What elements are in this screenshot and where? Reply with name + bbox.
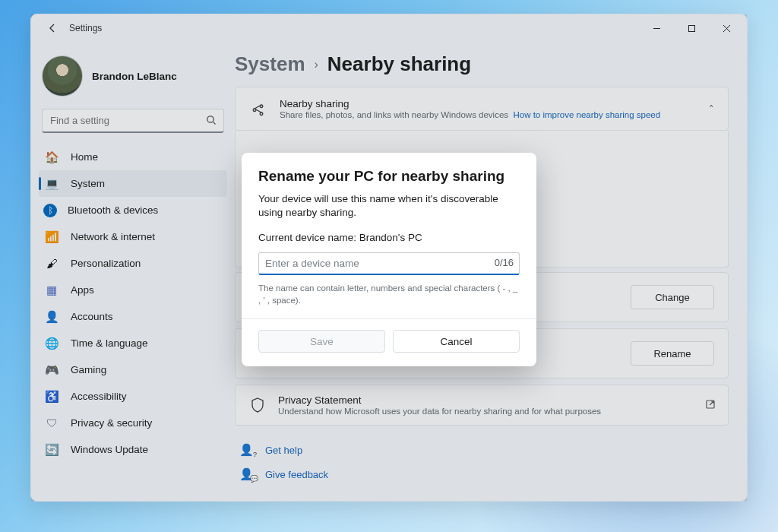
input-hint: The name can contain letter, numbers and… — [258, 283, 520, 306]
rename-pc-dialog: Rename your PC for nearby sharing Your d… — [242, 153, 536, 366]
cancel-button[interactable]: Cancel — [393, 330, 520, 353]
dialog-description: Your device will use this name when it's… — [258, 192, 520, 220]
save-button[interactable]: Save — [258, 330, 385, 353]
char-count: 0/16 — [495, 257, 514, 268]
device-name-input[interactable] — [258, 252, 520, 275]
dialog-title: Rename your PC for nearby sharing — [258, 168, 520, 185]
current-device-name: Current device name: Brandon's PC — [258, 232, 520, 243]
